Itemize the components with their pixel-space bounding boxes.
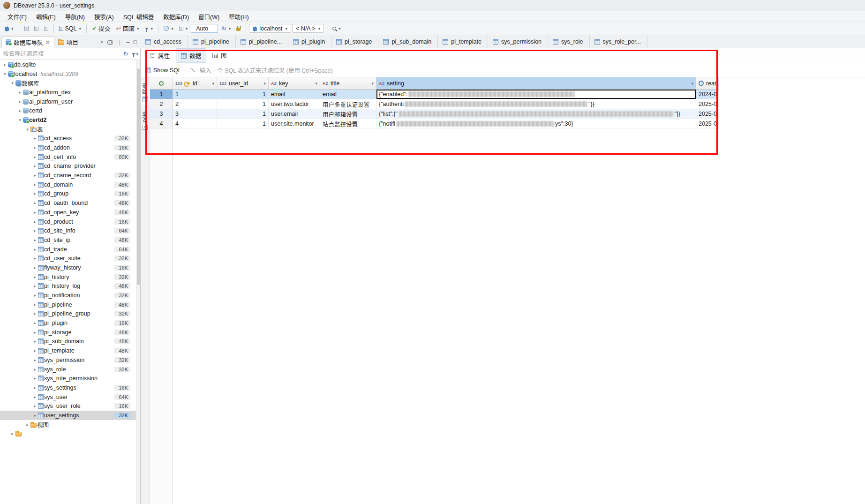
chevron-right-icon[interactable]: ▸ xyxy=(32,275,38,279)
chevron-down-icon[interactable]: ▾ xyxy=(9,81,15,85)
chevron-right-icon[interactable]: ▸ xyxy=(32,265,38,270)
result-filter-placeholder[interactable]: 输入一个 SQL 表达式来过滤结果 (使用 Ctrl+Space) xyxy=(200,66,333,75)
cell-created[interactable]: 2025-05- xyxy=(696,109,719,119)
rollback-button[interactable]: ↩ 回滚 ▾ xyxy=(114,23,142,34)
chevron-right-icon[interactable]: ▸ xyxy=(32,219,38,224)
menu-item[interactable]: 文件(F) xyxy=(3,11,31,22)
tree-item-sys_role[interactable]: ▸sys_role32K xyxy=(0,365,136,374)
column-dropdown-icon[interactable]: ▾ xyxy=(212,81,214,86)
tree-item-ai_platform_user[interactable]: ▸ai_platform_user xyxy=(0,97,136,106)
cell-user-id[interactable]: 1 xyxy=(217,90,269,99)
chevron-right-icon[interactable]: ▸ xyxy=(32,247,38,252)
menu-item[interactable]: 搜索(A) xyxy=(90,11,119,22)
tree-item-pi_pipeline_group[interactable]: ▸pi_pipeline_group32K xyxy=(0,309,136,319)
chevron-right-icon[interactable]: ▸ xyxy=(32,395,38,399)
column-header-title[interactable]: AZtitle▾ xyxy=(320,77,376,90)
commit-button[interactable]: ✔ 提交 xyxy=(90,23,113,34)
row-number-cell[interactable]: 4 xyxy=(150,119,173,129)
chevron-right-icon[interactable]: ▸ xyxy=(32,191,38,196)
collapse-all-icon[interactable]: « xyxy=(99,40,105,43)
chevron-right-icon[interactable]: ▸ xyxy=(17,99,23,104)
tree-item-sys_user_role[interactable]: ▸sys_user_role16K xyxy=(0,401,136,411)
chevron-right-icon[interactable]: ▸ xyxy=(32,256,38,261)
column-dropdown-icon[interactable]: ▾ xyxy=(371,81,374,86)
cell-key[interactable]: user.email xyxy=(269,109,320,119)
tree-item-pi_plugin[interactable]: ▸pi_plugin16K xyxy=(0,318,136,328)
tree-item-pi_sub_domain[interactable]: ▸pi_sub_domain48K xyxy=(0,337,136,346)
view-menu-icon[interactable]: ⋮ xyxy=(117,38,123,45)
cell-created[interactable]: 2024-09- xyxy=(696,90,719,99)
editor-tab-pi_template[interactable]: pi_template xyxy=(438,35,488,48)
menu-item[interactable]: 帮助(H) xyxy=(224,11,253,22)
chevron-right-icon[interactable]: ▸ xyxy=(32,164,38,168)
export-button[interactable]: ▾ xyxy=(177,24,190,32)
cell-key[interactable]: user.two.factor xyxy=(269,99,320,109)
minimize-icon[interactable]: – xyxy=(126,39,129,45)
readonly-toggle-button[interactable] xyxy=(234,24,243,32)
filter-settings-button[interactable]: ▾ xyxy=(143,25,156,32)
chevron-right-icon[interactable]: ▸ xyxy=(32,238,38,242)
active-schema-select[interactable]: < N/A > ▾ xyxy=(292,24,324,33)
row-number-cell[interactable]: 1 xyxy=(150,90,173,99)
tree-item-cd_cname_record[interactable]: ▸cd_cname_record32K xyxy=(0,171,136,180)
sync-selection-icon[interactable]: ↻ xyxy=(123,50,128,57)
chevron-right-icon[interactable]: ▸ xyxy=(32,182,38,187)
cell-created[interactable]: 2025-04- xyxy=(696,99,719,109)
tree-item-cd_product[interactable]: ▸cd_product16K xyxy=(0,217,136,226)
tree-item-pi_notification[interactable]: ▸pi_notification32K xyxy=(0,291,136,300)
chevron-right-icon[interactable]: ▸ xyxy=(32,201,38,205)
chevron-right-icon[interactable]: ▸ xyxy=(32,321,38,325)
tree-item-sys_user[interactable]: ▸sys_user64K xyxy=(0,392,136,402)
cell-title[interactable]: 用户邮箱设置 xyxy=(320,109,376,119)
menu-item[interactable]: 窗口(W) xyxy=(194,11,224,22)
menu-item[interactable]: SQL 编辑器 xyxy=(119,11,159,22)
menu-item[interactable]: 数据库(D) xyxy=(158,11,194,22)
tree-item-certd[interactable]: ▸certd xyxy=(0,106,136,115)
cell-title[interactable]: 用户多重认证设置 xyxy=(320,99,376,109)
chevron-right-icon[interactable]: ▸ xyxy=(32,145,38,150)
cell-user-id[interactable]: 1 xyxy=(217,99,269,109)
tree-item-视图[interactable]: ▸视图 xyxy=(0,420,136,429)
chevron-down-icon[interactable]: ▾ xyxy=(17,118,23,122)
chevron-right-icon[interactable]: ▸ xyxy=(2,62,8,67)
close-icon[interactable]: ✕ xyxy=(45,39,50,46)
column-header-reate[interactable]: reate... xyxy=(696,77,719,90)
chevron-right-icon[interactable]: ▸ xyxy=(32,404,38,408)
chevron-right-icon[interactable]: ▸ xyxy=(32,284,38,288)
cell-title[interactable]: email xyxy=(320,90,376,99)
editor-tab-sys_role[interactable]: sys_role xyxy=(548,35,590,48)
transaction-mode-select[interactable]: Auto xyxy=(191,24,218,33)
chevron-right-icon[interactable]: ▸ xyxy=(17,108,23,113)
tab-properties[interactable]: 属性 xyxy=(145,49,174,62)
chevron-right-icon[interactable]: ▸ xyxy=(32,302,38,307)
tree-item-cd_addon[interactable]: ▸cd_addon16K xyxy=(0,143,136,152)
tree-item-db.sqlite[interactable]: ▸db.sqlite xyxy=(0,60,136,69)
link-with-editor-icon[interactable] xyxy=(107,40,113,44)
row-number-cell[interactable]: 2 xyxy=(150,99,173,109)
cell-setting[interactable]: {"enabled": xyxy=(376,90,696,99)
new-sql-editor-button[interactable] xyxy=(22,24,31,32)
scrollbar-thumb[interactable] xyxy=(137,68,140,285)
tree-item-certd2[interactable]: ▾certd2 xyxy=(0,115,136,125)
chevron-right-icon[interactable]: ▸ xyxy=(32,228,38,233)
chevron-right-icon[interactable]: ▸ xyxy=(32,155,38,159)
tree-item-pi_storage[interactable]: ▸pi_storage48K xyxy=(0,328,136,337)
tree-item-cd_trade[interactable]: ▸cd_trade64K xyxy=(0,245,136,254)
editor-tab-pi_pipeline[interactable]: pi_pipeline... xyxy=(236,35,288,48)
tree-item-sys_settings[interactable]: ▸sys_settings16K xyxy=(0,383,136,392)
tree-item-user_settings[interactable]: ▸user_settings32K xyxy=(0,411,136,420)
cell-setting[interactable]: {"notifiys":30} xyxy=(376,119,696,129)
column-dropdown-icon[interactable]: ▾ xyxy=(263,81,266,86)
tree-item-sys_role_permission[interactable]: ▸sys_role_permission xyxy=(0,374,136,383)
connection-filter-input[interactable] xyxy=(0,50,123,58)
chevron-down-icon[interactable]: ▾ xyxy=(2,72,8,76)
tree-item-cd_group[interactable]: ▸cd_group16K xyxy=(0,189,136,199)
tree-item-pi_history[interactable]: ▸pi_history32K xyxy=(0,272,136,282)
chevron-right-icon[interactable]: ▸ xyxy=(17,90,23,95)
active-datasource-select[interactable]: localhost ▾ xyxy=(249,24,291,33)
tree-item-cd_oauth_bound[interactable]: ▸cd_oauth_bound48K xyxy=(0,198,136,208)
tree-item-cd_user_suite[interactable]: ▸cd_user_suite32K xyxy=(0,254,136,263)
tree-item-cd_access[interactable]: ▸cd_access32K xyxy=(0,134,136,143)
chevron-right-icon[interactable]: ▸ xyxy=(32,376,38,381)
column-header-id[interactable]: 123id▾ xyxy=(173,77,217,90)
